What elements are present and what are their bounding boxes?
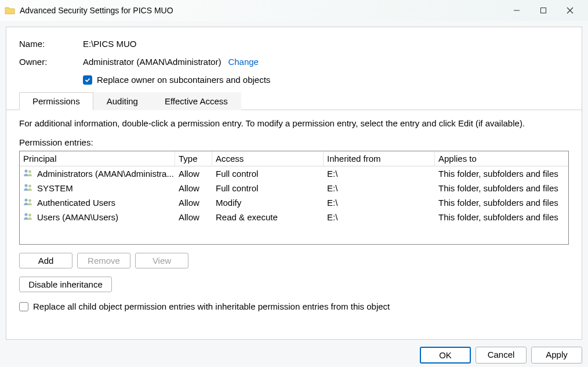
users-icon (23, 212, 34, 222)
header-type[interactable]: Type (175, 151, 212, 166)
cell-applies: This folder, subfolders and files (435, 195, 568, 210)
svg-point-4 (24, 169, 27, 172)
header-applies[interactable]: Applies to (435, 151, 568, 166)
table-button-row: Add Remove View (19, 253, 569, 268)
cancel-button[interactable]: Cancel (476, 347, 527, 364)
cell-access: Full control (212, 181, 324, 195)
cell-access: Modify (212, 195, 324, 210)
header-access[interactable]: Access (212, 151, 324, 166)
cell-access: Read & execute (212, 210, 324, 224)
window-title: Advanced Security Settings for PICS MUO (20, 6, 173, 15)
svg-point-8 (24, 198, 27, 201)
name-value: E:\PICS MUO (83, 39, 569, 49)
cell-type: Allow (175, 195, 212, 210)
view-button[interactable]: View (135, 253, 188, 268)
users-icon (23, 169, 34, 179)
cell-inherited: E:\ (324, 166, 435, 181)
titlebar: Advanced Security Settings for PICS MUO (0, 0, 588, 21)
table-row[interactable]: Administrators (AMAN\Administra...AllowF… (20, 166, 568, 181)
main-panel: Name: E:\PICS MUO Owner: Administrator (… (6, 27, 582, 340)
cell-access: Full control (212, 166, 324, 181)
ok-button[interactable]: OK (420, 347, 471, 364)
minimize-button[interactable] (503, 1, 530, 20)
svg-point-11 (28, 214, 31, 217)
replace-child-row: Replace all child object permission entr… (6, 301, 582, 311)
owner-row: Owner: Administrator (AMAN\Administrator… (6, 56, 582, 68)
dialog-footer: OK Cancel Apply (420, 347, 582, 364)
table-row[interactable]: Authenticated UsersAllowModifyE:\This fo… (20, 195, 568, 210)
entries-label: Permission entries: (19, 137, 569, 147)
cell-inherited: E:\ (324, 181, 435, 195)
table-header: Principal Type Access Inherited from App… (20, 151, 568, 166)
instruction-text: For additional information, double-click… (19, 118, 569, 128)
cell-applies: This folder, subfolders and files (435, 181, 568, 195)
apply-button[interactable]: Apply (531, 347, 582, 364)
users-icon (23, 183, 34, 193)
cell-principal: SYSTEM (20, 181, 175, 195)
svg-point-9 (28, 199, 31, 202)
cell-inherited: E:\ (324, 210, 435, 224)
header-principal[interactable]: Principal (20, 151, 175, 166)
tab-bar: Permissions Auditing Effective Access (6, 92, 582, 110)
tab-body: For additional information, double-click… (6, 110, 582, 292)
table-body: Administrators (AMAN\Administra...AllowF… (20, 166, 568, 224)
table-row[interactable]: SYSTEMAllowFull controlE:\This folder, s… (20, 181, 568, 195)
replace-owner-label: Replace owner on subcontainers and objec… (97, 75, 270, 85)
name-row: Name: E:\PICS MUO (6, 38, 582, 50)
table-row[interactable]: Users (AMAN\Users)AllowRead & executeE:\… (20, 210, 568, 224)
cell-inherited: E:\ (324, 195, 435, 210)
close-button[interactable] (557, 1, 583, 20)
cell-type: Allow (175, 181, 212, 195)
cell-type: Allow (175, 166, 212, 181)
svg-point-6 (24, 184, 27, 187)
tab-effective-access[interactable]: Effective Access (151, 92, 241, 110)
replace-child-checkbox[interactable] (19, 302, 28, 311)
header-inherited[interactable]: Inherited from (324, 151, 435, 166)
cell-principal: Authenticated Users (20, 195, 175, 210)
tab-permissions[interactable]: Permissions (19, 92, 93, 110)
svg-rect-1 (541, 8, 546, 13)
name-label: Name: (19, 39, 83, 49)
cell-principal: Administrators (AMAN\Administra... (20, 166, 175, 181)
change-owner-link[interactable]: Change (228, 57, 259, 67)
svg-point-7 (28, 185, 31, 188)
remove-button[interactable]: Remove (77, 253, 130, 268)
cell-applies: This folder, subfolders and files (435, 166, 568, 181)
replace-child-label: Replace all child object permission entr… (33, 301, 390, 311)
permissions-table: Principal Type Access Inherited from App… (19, 151, 569, 245)
replace-owner-checkbox[interactable] (83, 75, 92, 85)
folder-icon (5, 6, 15, 14)
tab-auditing[interactable]: Auditing (93, 92, 151, 110)
svg-point-5 (28, 170, 31, 173)
cell-type: Allow (175, 210, 212, 224)
owner-value: Administrator (AMAN\Administrator) (83, 57, 221, 67)
replace-owner-row: Replace owner on subcontainers and objec… (6, 74, 582, 92)
maximize-button[interactable] (530, 1, 557, 20)
svg-point-10 (24, 213, 27, 216)
users-icon (23, 198, 34, 208)
cell-principal: Users (AMAN\Users) (20, 210, 175, 224)
disable-inheritance-button[interactable]: Disable inheritance (19, 277, 112, 292)
cell-applies: This folder, subfolders and files (435, 210, 568, 224)
owner-label: Owner: (19, 57, 83, 67)
add-button[interactable]: Add (19, 253, 72, 268)
